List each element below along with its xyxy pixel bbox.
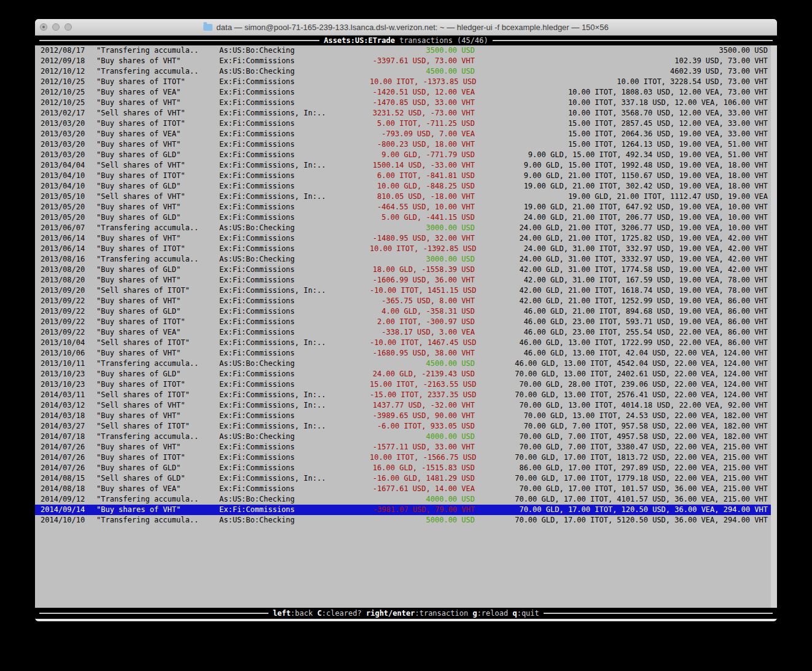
transaction-other-accounts: As:US:Bo:Checking (219, 515, 370, 526)
transaction-row[interactable]: 2013/03/20"Buy shares of ITOT"Ex:Fi:Comm… (35, 118, 777, 129)
transaction-row[interactable]: 2013/05/20"Buy shares of VHT"Ex:Fi:Commi… (35, 202, 777, 212)
transaction-row[interactable]: 2013/04/10"Buy shares of GLD"Ex:Fi:Commi… (35, 181, 777, 192)
transaction-row[interactable]: 2013/08/16"Transfering accumula..As:US:B… (35, 254, 777, 265)
transaction-row[interactable]: 2014/08/18"Buy shares of VEA"Ex:Fi:Commi… (35, 484, 777, 494)
transaction-other-accounts: Ex:Fi:Commissions (219, 348, 370, 359)
footer-key: left (273, 609, 291, 618)
transaction-other-accounts: Ex:Fi:Commissions, In:.. (219, 338, 370, 348)
transaction-row[interactable]: 2013/03/20"Buy shares of VHT"Ex:Fi:Commi… (35, 139, 777, 150)
transaction-row[interactable]: 2013/09/22"Buy shares of VEA"Ex:Fi:Commi… (35, 327, 777, 338)
transaction-other-accounts: As:US:Bo:Checking (219, 359, 370, 369)
minimize-button-icon[interactable] (52, 23, 60, 31)
transaction-description: "Transfering accumula.. (96, 359, 219, 369)
transaction-row[interactable]: 2014/03/18"Buy shares of VHT"Ex:Fi:Commi… (35, 411, 777, 421)
transaction-row[interactable]: 2013/05/20"Buy shares of GLD"Ex:Fi:Commi… (35, 212, 777, 223)
transaction-running-balance: 70.00 GLD, 13.00 ITOT, 2576.41 USD, 22.0… (476, 390, 768, 400)
transaction-date: 2012/10/25 (41, 87, 96, 98)
transaction-row[interactable]: 2014/07/26"Buy shares of VHT"Ex:Fi:Commi… (35, 442, 777, 452)
header-title-rest: transactions (45/46) (395, 36, 488, 45)
transaction-row[interactable]: 2013/10/11"Transfering accumula..As:US:B… (35, 359, 777, 369)
transaction-description: "Buy shares of VHT" (96, 56, 219, 66)
transaction-row[interactable]: 2012/08/17"Transfering accumula..As:US:B… (35, 45, 777, 56)
traffic-lights (40, 19, 72, 35)
transaction-row[interactable]: 2012/10/25"Buy shares of ITOT"Ex:Fi:Comm… (35, 77, 777, 87)
transaction-row-selected[interactable]: 2014/09/14"Buy shares of VHT"Ex:Fi:Commi… (35, 505, 777, 515)
transaction-amount: -1470.85 USD, 33.00 VHT (370, 98, 475, 108)
transaction-row[interactable]: 2013/05/10"Sell shares of VHT"Ex:Fi:Comm… (35, 192, 777, 202)
transaction-row[interactable]: 2013/10/04"Sell shares of ITOT"Ex:Fi:Com… (35, 338, 777, 348)
transaction-running-balance: 3500.00 USD (475, 45, 768, 56)
transaction-row[interactable]: 2014/07/26"Buy shares of ITOT"Ex:Fi:Comm… (35, 452, 777, 463)
transaction-row[interactable]: 2013/08/20"Buy shares of VHT"Ex:Fi:Commi… (35, 275, 777, 285)
transaction-running-balance: 15.00 ITOT, 2064.36 USD, 19.00 VEA, 33.0… (475, 129, 768, 139)
transaction-amount: -3989.65 USD, 90.00 VHT (370, 411, 475, 421)
transaction-row[interactable]: 2013/10/23"Buy shares of ITOT"Ex:Fi:Comm… (35, 379, 777, 390)
transaction-row[interactable]: 2013/09/22"Buy shares of GLD"Ex:Fi:Commi… (35, 306, 777, 317)
transaction-running-balance: 10.00 ITOT, 3568.70 USD, 12.00 VEA, 33.0… (475, 108, 768, 118)
transaction-other-accounts: As:US:Bo:Checking (219, 45, 370, 56)
transaction-row[interactable]: 2013/04/04"Sell shares of VHT"Ex:Fi:Comm… (35, 160, 777, 171)
transaction-other-accounts: Ex:Fi:Commissions (219, 379, 370, 390)
transaction-row[interactable]: 2014/08/15"Sell shares of GLD"Ex:Fi:Comm… (35, 473, 777, 484)
transaction-description: "Sell shares of ITOT" (96, 338, 219, 348)
transaction-row[interactable]: 2014/09/12"Transfering accumula..As:US:B… (35, 494, 777, 505)
desktop: { "window": { "title": "data — simon@poo… (0, 0, 812, 671)
transaction-row[interactable]: 2013/06/07"Transfering accumula..As:US:B… (35, 223, 777, 233)
transaction-date: 2013/09/22 (41, 317, 96, 327)
transaction-row[interactable]: 2013/06/14"Buy shares of VHT"Ex:Fi:Commi… (35, 233, 777, 244)
transaction-row[interactable]: 2013/04/10"Buy shares of ITOT"Ex:Fi:Comm… (35, 171, 777, 181)
terminal-scrollbar[interactable] (771, 45, 777, 608)
transaction-row[interactable]: 2012/10/12"Transfering accumula..As:US:B… (35, 66, 777, 77)
transaction-row[interactable]: 2013/06/14"Buy shares of ITOT"Ex:Fi:Comm… (35, 244, 777, 254)
transaction-row[interactable]: 2014/10/10"Transfering accumula..As:US:B… (35, 515, 777, 526)
close-button-icon[interactable] (40, 23, 47, 31)
transaction-other-accounts: Ex:Fi:Commissions (219, 463, 370, 473)
transaction-date: 2013/05/20 (41, 202, 96, 212)
transaction-row[interactable]: 2013/09/22"Buy shares of ITOT"Ex:Fi:Comm… (35, 317, 777, 327)
transaction-row[interactable]: 2013/03/20"Buy shares of VEA"Ex:Fi:Commi… (35, 129, 777, 139)
footer-line-right (544, 613, 773, 614)
transaction-row[interactable]: 2014/03/12"Sell shares of VHT"Ex:Fi:Comm… (35, 400, 777, 411)
transaction-row[interactable]: 2014/07/26"Buy shares of GLD"Ex:Fi:Commi… (35, 463, 777, 473)
transaction-other-accounts: Ex:Fi:Commissions (219, 233, 370, 244)
transaction-row[interactable]: 2012/10/25"Buy shares of VHT"Ex:Fi:Commi… (35, 98, 777, 108)
transaction-description: "Buy shares of ITOT" (96, 77, 219, 87)
transaction-row[interactable]: 2013/09/22"Buy shares of VHT"Ex:Fi:Commi… (35, 296, 777, 306)
transaction-running-balance: 70.00 GLD, 17.00 ITOT, 1813.72 USD, 22.0… (476, 452, 768, 463)
transaction-running-balance: 10.00 ITOT, 1808.03 USD, 12.00 VEA, 73.0… (475, 87, 768, 98)
transaction-row[interactable]: 2014/03/11"Sell shares of ITOT"Ex:Fi:Com… (35, 390, 777, 400)
transaction-other-accounts: Ex:Fi:Commissions (219, 139, 370, 150)
transaction-other-accounts: Ex:Fi:Commissions (219, 275, 370, 285)
transaction-amount: -1680.95 USD, 38.00 VHT (370, 348, 475, 359)
transaction-row[interactable]: 2012/09/18"Buy shares of VHT"Ex:Fi:Commi… (35, 56, 777, 66)
folder-icon (203, 24, 213, 31)
transaction-date: 2014/09/12 (41, 494, 96, 505)
transaction-row[interactable]: 2012/10/25"Buy shares of VEA"Ex:Fi:Commi… (35, 87, 777, 98)
transaction-row[interactable]: 2013/08/20"Buy shares of GLD"Ex:Fi:Commi… (35, 265, 777, 275)
window-titlebar[interactable]: data — simon@pool-71-165-239-133.lsanca.… (35, 19, 777, 36)
transaction-description: "Buy shares of GLD" (96, 181, 219, 192)
transaction-date: 2013/10/04 (41, 338, 96, 348)
transaction-date: 2013/10/23 (41, 379, 96, 390)
transaction-running-balance: 19.00 GLD, 21.00 ITOT, 1112.47 USD, 19.0… (475, 192, 768, 202)
transaction-row[interactable]: 2013/10/23"Buy shares of GLD"Ex:Fi:Commi… (35, 369, 777, 379)
transaction-date: 2013/04/10 (41, 171, 96, 181)
transaction-row[interactable]: 2013/09/20"Sell shares of ITOT"Ex:Fi:Com… (35, 285, 777, 296)
transaction-row[interactable]: 2014/03/27"Sell shares of ITOT"Ex:Fi:Com… (35, 421, 777, 432)
transaction-description: "Buy shares of VHT" (96, 98, 219, 108)
transaction-row[interactable]: 2014/07/18"Transfering accumula..As:US:B… (35, 432, 777, 442)
footer-key-description: :cleared? (322, 609, 362, 618)
transaction-running-balance: 70.00 GLD, 13.00 ITOT, 4014.18 USD, 22.0… (475, 400, 768, 411)
transactions-list: 2012/08/17"Transfering accumula..As:US:B… (35, 45, 777, 608)
transaction-description: "Buy shares of GLD" (96, 265, 219, 275)
transaction-other-accounts: Ex:Fi:Commissions (219, 98, 370, 108)
transaction-description: "Sell shares of VHT" (96, 400, 219, 411)
transaction-row[interactable]: 2013/10/06"Buy shares of VHT"Ex:Fi:Commi… (35, 348, 777, 359)
transaction-row[interactable]: 2013/03/20"Buy shares of GLD"Ex:Fi:Commi… (35, 150, 777, 160)
transaction-other-accounts: Ex:Fi:Commissions (219, 202, 370, 212)
zoom-button-icon[interactable] (64, 23, 72, 31)
transaction-amount: 18.00 GLD, -1558.39 USD (370, 265, 475, 275)
transaction-row[interactable]: 2013/02/17"Sell shares of VHT"Ex:Fi:Comm… (35, 108, 777, 118)
transaction-description: "Transfering accumula.. (96, 432, 219, 442)
transaction-running-balance: 70.00 GLD, 17.00 ITOT, 101.57 USD, 36.00… (475, 484, 768, 494)
